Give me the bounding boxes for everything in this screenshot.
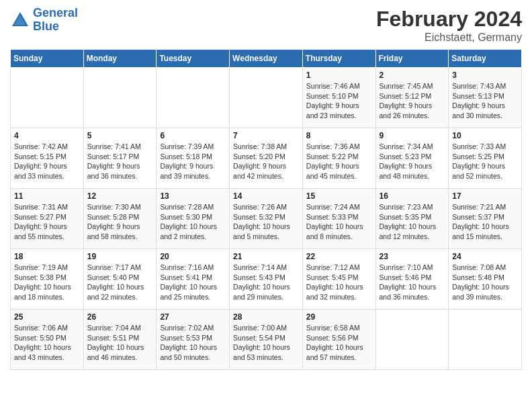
day-number: 12 [87, 191, 153, 201]
location-subtitle: Eichstaett, Germany [376, 32, 522, 44]
calendar-cell: 9Sunrise: 7:34 AMSunset: 5:23 PMDaylight… [375, 128, 449, 189]
column-header-sunday: Sunday [11, 50, 84, 68]
calendar-cell [449, 310, 522, 370]
calendar-week-1: 1Sunrise: 7:46 AMSunset: 5:10 PMDaylight… [11, 68, 522, 128]
day-info: Sunrise: 7:28 AMSunset: 5:30 PMDaylight:… [160, 202, 226, 242]
calendar-cell: 20Sunrise: 7:16 AMSunset: 5:41 PMDayligh… [157, 249, 230, 310]
calendar-cell: 26Sunrise: 7:04 AMSunset: 5:51 PMDayligh… [83, 310, 157, 370]
day-info: Sunrise: 7:26 AMSunset: 5:32 PMDaylight:… [233, 202, 299, 242]
calendar-cell: 25Sunrise: 7:06 AMSunset: 5:50 PMDayligh… [11, 310, 84, 370]
day-info: Sunrise: 7:38 AMSunset: 5:20 PMDaylight:… [233, 142, 299, 181]
day-info: Sunrise: 7:31 AMSunset: 5:27 PMDaylight:… [14, 202, 80, 242]
calendar-cell: 17Sunrise: 7:21 AMSunset: 5:37 PMDayligh… [449, 189, 522, 249]
calendar-cell: 13Sunrise: 7:28 AMSunset: 5:30 PMDayligh… [157, 189, 230, 249]
day-info: Sunrise: 7:23 AMSunset: 5:35 PMDaylight:… [380, 202, 445, 242]
day-number: 28 [233, 312, 299, 322]
logo-icon [10, 10, 30, 30]
day-info: Sunrise: 7:42 AMSunset: 5:15 PMDaylight:… [14, 142, 80, 181]
logo-text: General Blue [33, 7, 78, 34]
day-info: Sunrise: 7:10 AMSunset: 5:46 PMDaylight:… [380, 263, 445, 302]
day-number: 22 [306, 252, 372, 261]
day-number: 11 [14, 191, 80, 201]
logo: General Blue [10, 7, 78, 34]
column-header-wednesday: Wednesday [230, 50, 303, 68]
calendar-cell: 28Sunrise: 7:00 AMSunset: 5:54 PMDayligh… [230, 310, 303, 370]
day-number: 10 [452, 131, 518, 140]
day-number: 1 [306, 71, 372, 80]
calendar-cell: 14Sunrise: 7:26 AMSunset: 5:32 PMDayligh… [230, 189, 303, 249]
day-info: Sunrise: 7:34 AMSunset: 5:23 PMDaylight:… [380, 142, 445, 181]
day-number: 2 [380, 71, 445, 80]
calendar-cell: 21Sunrise: 7:14 AMSunset: 5:43 PMDayligh… [230, 249, 303, 310]
day-number: 7 [233, 131, 299, 140]
page-header: General Blue February 2024 Eichstaett, G… [10, 7, 522, 44]
day-info: Sunrise: 7:06 AMSunset: 5:50 PMDaylight:… [14, 323, 80, 363]
calendar-cell [157, 68, 230, 128]
calendar-cell: 16Sunrise: 7:23 AMSunset: 5:35 PMDayligh… [375, 189, 449, 249]
calendar-week-4: 18Sunrise: 7:19 AMSunset: 5:38 PMDayligh… [11, 249, 522, 310]
day-info: Sunrise: 7:33 AMSunset: 5:25 PMDaylight:… [452, 142, 518, 181]
day-info: Sunrise: 7:14 AMSunset: 5:43 PMDaylight:… [233, 263, 299, 302]
column-header-saturday: Saturday [449, 50, 522, 68]
day-info: Sunrise: 7:21 AMSunset: 5:37 PMDaylight:… [452, 202, 518, 242]
calendar-cell: 4Sunrise: 7:42 AMSunset: 5:15 PMDaylight… [11, 128, 84, 189]
calendar-cell: 15Sunrise: 7:24 AMSunset: 5:33 PMDayligh… [302, 189, 375, 249]
calendar-cell: 5Sunrise: 7:41 AMSunset: 5:17 PMDaylight… [83, 128, 157, 189]
day-info: Sunrise: 7:46 AMSunset: 5:10 PMDaylight:… [306, 81, 372, 121]
day-number: 6 [160, 131, 226, 140]
day-info: Sunrise: 7:30 AMSunset: 5:28 PMDaylight:… [87, 202, 153, 242]
day-info: Sunrise: 7:45 AMSunset: 5:12 PMDaylight:… [380, 81, 445, 121]
month-title: February 2024 [376, 7, 522, 32]
column-header-tuesday: Tuesday [157, 50, 230, 68]
day-info: Sunrise: 7:17 AMSunset: 5:40 PMDaylight:… [87, 263, 153, 302]
calendar-cell: 18Sunrise: 7:19 AMSunset: 5:38 PMDayligh… [11, 249, 84, 310]
day-info: Sunrise: 7:19 AMSunset: 5:38 PMDaylight:… [14, 263, 80, 302]
calendar-cell: 27Sunrise: 7:02 AMSunset: 5:53 PMDayligh… [157, 310, 230, 370]
calendar-week-5: 25Sunrise: 7:06 AMSunset: 5:50 PMDayligh… [11, 310, 522, 370]
calendar-table: SundayMondayTuesdayWednesdayThursdayFrid… [10, 49, 522, 370]
day-number: 5 [87, 131, 153, 140]
calendar-cell [11, 68, 84, 128]
day-number: 19 [87, 252, 153, 261]
day-info: Sunrise: 7:36 AMSunset: 5:22 PMDaylight:… [306, 142, 372, 181]
day-info: Sunrise: 7:02 AMSunset: 5:53 PMDaylight:… [160, 323, 226, 363]
calendar-cell [375, 310, 449, 370]
day-info: Sunrise: 7:41 AMSunset: 5:17 PMDaylight:… [87, 142, 153, 181]
column-header-thursday: Thursday [302, 50, 375, 68]
title-block: February 2024 Eichstaett, Germany [376, 7, 522, 44]
calendar-week-3: 11Sunrise: 7:31 AMSunset: 5:27 PMDayligh… [11, 189, 522, 249]
day-number: 8 [306, 131, 372, 140]
calendar-cell [230, 68, 303, 128]
calendar-cell: 11Sunrise: 7:31 AMSunset: 5:27 PMDayligh… [11, 189, 84, 249]
day-info: Sunrise: 7:00 AMSunset: 5:54 PMDaylight:… [233, 323, 299, 363]
calendar-cell: 1Sunrise: 7:46 AMSunset: 5:10 PMDaylight… [302, 68, 375, 128]
day-number: 29 [306, 312, 372, 322]
calendar-cell: 19Sunrise: 7:17 AMSunset: 5:40 PMDayligh… [83, 249, 157, 310]
calendar-cell: 7Sunrise: 7:38 AMSunset: 5:20 PMDaylight… [230, 128, 303, 189]
calendar-cell: 23Sunrise: 7:10 AMSunset: 5:46 PMDayligh… [375, 249, 449, 310]
day-info: Sunrise: 7:12 AMSunset: 5:45 PMDaylight:… [306, 263, 372, 302]
day-number: 14 [233, 191, 299, 201]
day-number: 16 [380, 191, 445, 201]
day-number: 25 [14, 312, 80, 322]
day-info: Sunrise: 7:04 AMSunset: 5:51 PMDaylight:… [87, 323, 153, 363]
day-number: 20 [160, 252, 226, 261]
day-number: 24 [452, 252, 518, 261]
calendar-cell: 6Sunrise: 7:39 AMSunset: 5:18 PMDaylight… [157, 128, 230, 189]
day-info: Sunrise: 7:43 AMSunset: 5:13 PMDaylight:… [452, 81, 518, 121]
day-info: Sunrise: 7:39 AMSunset: 5:18 PMDaylight:… [160, 142, 226, 181]
day-info: Sunrise: 6:58 AMSunset: 5:56 PMDaylight:… [306, 323, 372, 363]
day-number: 18 [14, 252, 80, 261]
day-info: Sunrise: 7:08 AMSunset: 5:48 PMDaylight:… [452, 263, 518, 302]
calendar-header-row: SundayMondayTuesdayWednesdayThursdayFrid… [11, 50, 522, 68]
day-number: 9 [380, 131, 445, 140]
column-header-monday: Monday [83, 50, 157, 68]
day-number: 15 [306, 191, 372, 201]
day-info: Sunrise: 7:24 AMSunset: 5:33 PMDaylight:… [306, 202, 372, 242]
calendar-cell: 8Sunrise: 7:36 AMSunset: 5:22 PMDaylight… [302, 128, 375, 189]
day-number: 13 [160, 191, 226, 201]
day-number: 3 [452, 71, 518, 80]
column-header-friday: Friday [375, 50, 449, 68]
day-number: 23 [380, 252, 445, 261]
day-info: Sunrise: 7:16 AMSunset: 5:41 PMDaylight:… [160, 263, 226, 302]
